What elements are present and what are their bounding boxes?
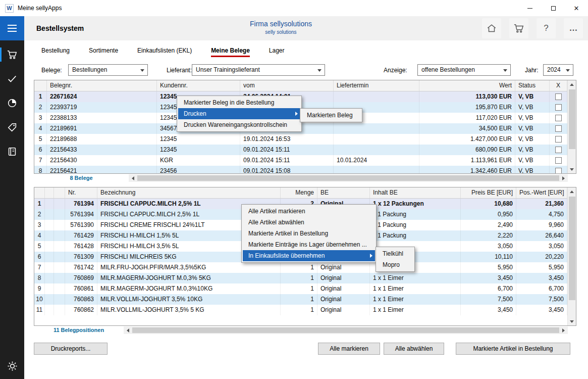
menu-item-alle-artikel-markieren[interactable]: Alle Artikel markieren <box>243 206 375 217</box>
settings-button[interactable] <box>0 354 24 378</box>
col-be[interactable]: BE <box>317 187 370 198</box>
positions-vertical-scrollbar[interactable] <box>567 187 576 325</box>
col-wert[interactable]: Wert <box>419 80 515 91</box>
col-kundennr[interactable]: Kundennr. <box>157 80 240 91</box>
row-checkbox[interactable] <box>555 125 562 132</box>
home-button[interactable] <box>482 18 501 38</box>
company-brand: Firma sellysolutions selly solutions <box>24 20 538 35</box>
col-vom[interactable]: vom <box>240 80 334 91</box>
row-checkbox[interactable] <box>555 115 562 121</box>
minimize-button[interactable] <box>518 0 542 16</box>
scroll-right-arrow[interactable] <box>559 174 568 182</box>
tab-bestellung[interactable]: Bestellung <box>41 40 70 61</box>
alle-markieren-button[interactable]: Alle markieren <box>318 343 380 355</box>
check-icon <box>7 73 18 84</box>
position-row[interactable]: 7761742MILR.FRU-JOGH.PFIR/MAR.3,5%5KG1Or… <box>34 262 567 273</box>
cart-button[interactable] <box>509 18 528 38</box>
order-row[interactable]: 722156430KGR09.01.2024 15:1110.01.20241.… <box>34 155 567 166</box>
scroll-down-arrow[interactable] <box>568 317 576 325</box>
cell-menge: 1 <box>281 294 317 305</box>
cell-inhalt: x 1 Packung <box>370 220 461 230</box>
scroll-up-arrow[interactable] <box>568 187 576 196</box>
col-nr[interactable]: Nr. <box>65 187 97 198</box>
cell-num: 5 <box>34 241 45 252</box>
col-liefertermin[interactable]: Liefertermin <box>334 80 419 91</box>
sidebar-item-tasks[interactable] <box>0 67 24 91</box>
jahr-select[interactable]: 2024 <box>543 64 573 76</box>
help-button[interactable]: ? <box>537 18 556 38</box>
maximize-button[interactable] <box>542 0 565 16</box>
help-icon: ? <box>544 23 548 33</box>
menu-toggle-button[interactable] <box>0 16 24 40</box>
col-preis-be[interactable]: Preis BE [EUR] <box>461 187 516 198</box>
positions-horizontal-scrollbar[interactable] <box>124 326 568 334</box>
menu-item-tielkuehl[interactable]: Tielkühl <box>377 248 413 259</box>
scroll-down-arrow[interactable] <box>568 165 576 173</box>
cell-preis: 0,950 <box>461 209 516 220</box>
cell-num: 4 <box>34 230 45 241</box>
lieferant-label: Lieferant: <box>167 65 192 76</box>
col-inhalt-be[interactable]: Inhalt BE <box>370 187 461 198</box>
row-checkbox[interactable] <box>555 157 562 164</box>
anzeige-select[interactable]: offene Bestellungen <box>417 64 511 76</box>
menu-item-markierte-artikel-in-bestellung[interactable]: Markierte Artikel in Bestellung <box>243 228 375 239</box>
row-checkbox[interactable] <box>555 104 562 111</box>
tab-sortimente[interactable]: Sortimente <box>89 40 118 61</box>
menu-item-alle-artikel-abwaehlen[interactable]: Alle Artikel abwählen <box>243 217 375 228</box>
alle-abwaehlen-button[interactable]: Alle abwählen <box>384 343 444 355</box>
anzeige-label: Anzeige: <box>384 65 407 76</box>
row-checkbox[interactable] <box>555 136 562 143</box>
cell-num: 3 <box>34 113 47 123</box>
menu-item-in-einkaufsliste-uebernehmen[interactable]: In Einkaufsliste übernehmen <box>243 250 375 261</box>
tab-lager[interactable]: Lager <box>269 40 285 61</box>
sidebar-item-statistics[interactable] <box>0 91 24 115</box>
orders-vertical-scrollbar[interactable] <box>567 80 576 173</box>
order-row[interactable]: 5221896881234519.01.2024 16:531.427,000 … <box>34 134 567 145</box>
sidebar-item-prices[interactable] <box>0 115 24 139</box>
cell-num: 8 <box>34 273 45 283</box>
scroll-right-arrow[interactable] <box>559 326 568 334</box>
scroll-left-arrow[interactable] <box>129 174 137 182</box>
tab-einkaufslisten[interactable]: Einkaufslisten (EKL) <box>137 40 192 61</box>
col-menge[interactable]: Menge <box>281 187 317 198</box>
scroll-left-arrow[interactable] <box>124 326 132 334</box>
belege-select[interactable]: Bestellungen <box>68 64 148 76</box>
position-row[interactable]: 8760869MILR.MAGERM-JOGHURT M.0,3% 5KG1Or… <box>34 273 567 283</box>
sidebar-item-bestellsystem[interactable] <box>0 42 24 67</box>
menu-item-markierter-beleg-in-bestellung[interactable]: Markierter Beleg in die Bestellung <box>178 97 300 108</box>
scroll-up-arrow[interactable] <box>568 80 576 88</box>
position-row[interactable]: 10760863MILR.VOLLMI-JOGHURT 3,5% 10KG1Or… <box>34 294 567 305</box>
orders-table: Belegnr. Kundennr. vom Liefertermin Wert… <box>34 80 576 174</box>
scrollbar-thumb[interactable] <box>569 197 575 300</box>
more-button[interactable]: … <box>564 18 583 38</box>
scrollbar-thumb[interactable] <box>137 175 559 181</box>
position-row[interactable]: 9760861MILR.MAGERM-JOGHURT M.0,3%10KG1Or… <box>34 283 567 294</box>
close-button[interactable]: ✕ <box>565 0 588 16</box>
col-pos-wert[interactable]: Pos.-Wert [EUR] <box>516 187 567 198</box>
row-checkbox[interactable] <box>555 93 562 100</box>
orders-horizontal-scrollbar[interactable] <box>129 174 568 182</box>
col-x[interactable]: X <box>550 80 567 91</box>
col-belegnr[interactable]: Belegnr. <box>47 80 157 91</box>
menu-item-drucken[interactable]: Drucken <box>178 108 300 119</box>
scrollbar-thumb[interactable] <box>569 89 575 149</box>
order-row[interactable]: 6221564331234509.01.2024 15:11680,090 EU… <box>34 145 567 155</box>
menu-item-mopro[interactable]: Mopro <box>377 259 413 270</box>
row-checkbox[interactable] <box>555 147 562 153</box>
col-status[interactable]: Status <box>515 80 550 91</box>
position-row[interactable]: 11760862MILR.VOLLMIL-JOGHURT 3,5% 5 KG1O… <box>34 305 567 315</box>
menu-item-markierten-beleg[interactable]: Markierten Beleg <box>301 110 361 121</box>
tab-meine-belege[interactable]: Meine Belege <box>211 40 250 61</box>
col-bezeichnung[interactable]: Bezeichnung <box>97 187 281 198</box>
markierte-artikel-button[interactable]: Markierte Artikel in Bestellung <box>456 343 570 355</box>
row-checkbox[interactable] <box>555 168 562 173</box>
cell-preis: 3,450 <box>461 305 516 315</box>
cell-be: Original <box>317 262 370 273</box>
druckreports-button[interactable]: Druckreports... <box>34 343 108 355</box>
lieferant-select[interactable]: Unser Trainingslieferant <box>192 64 325 76</box>
sidebar-item-catalog[interactable] <box>0 139 24 164</box>
order-row[interactable]: 8221564212345609.01.2024 15:081.342,460 … <box>34 166 567 173</box>
menu-item-markierte-eintraege-ins-lager[interactable]: Markierte Einträge ins Lager übernehmen … <box>243 239 375 250</box>
scrollbar-thumb[interactable] <box>132 327 559 333</box>
menu-item-drucken-wareneingangskontrollschein[interactable]: Drucken Wareneingangskontrollschein <box>178 119 300 130</box>
